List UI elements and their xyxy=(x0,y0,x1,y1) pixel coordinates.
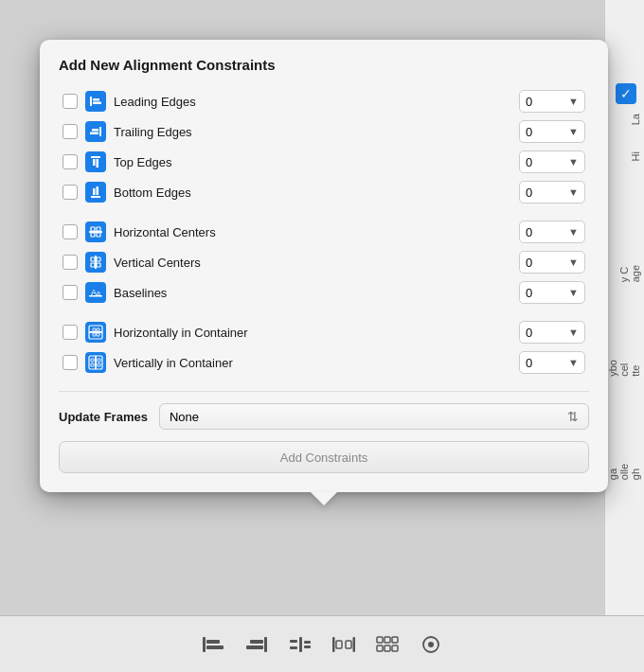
update-frames-label: Update Frames xyxy=(59,410,148,424)
svg-rect-36 xyxy=(98,363,100,366)
svg-rect-15 xyxy=(91,233,95,237)
center-vertically-icon[interactable] xyxy=(287,633,313,656)
align-right-icon[interactable] xyxy=(243,633,270,656)
vertical-centers-label: Vertical Centers xyxy=(114,256,519,270)
top-edges-checkbox[interactable] xyxy=(63,154,78,169)
distribute-icon[interactable] xyxy=(331,633,357,656)
svg-rect-6 xyxy=(91,156,100,158)
svg-rect-51 xyxy=(346,641,351,648)
baselines-dropdown[interactable]: 0 ▼ xyxy=(519,281,585,304)
vertically-in-container-checkbox[interactable] xyxy=(63,355,78,370)
top-edges-row: Top Edges 0 ▼ xyxy=(59,147,589,177)
update-frames-row: Update Frames None ⇅ xyxy=(59,391,589,430)
horizontal-centers-icon xyxy=(85,221,106,242)
svg-rect-57 xyxy=(392,645,398,651)
vertical-centers-dropdown[interactable]: 0 ▼ xyxy=(519,251,585,274)
vertical-centers-checkbox[interactable] xyxy=(63,255,78,270)
horizontally-in-container-label: Horizontally in Container xyxy=(114,326,519,340)
svg-rect-27 xyxy=(93,328,96,331)
svg-rect-20 xyxy=(91,263,95,267)
bottom-edges-icon xyxy=(85,182,106,203)
svg-text:a: a xyxy=(97,290,100,296)
svg-rect-7 xyxy=(93,159,96,166)
horizontally-in-container-icon xyxy=(85,322,106,343)
bottom-toolbar xyxy=(0,615,644,672)
svg-rect-38 xyxy=(206,640,220,644)
horizontally-in-container-dropdown[interactable]: 0 ▼ xyxy=(519,321,585,344)
svg-rect-14 xyxy=(97,227,100,231)
circle-icon[interactable] xyxy=(418,633,444,656)
svg-rect-13 xyxy=(91,227,95,231)
svg-rect-46 xyxy=(304,641,311,644)
update-frames-dropdown[interactable]: None ⇅ xyxy=(159,403,589,430)
horizontal-centers-dropdown[interactable]: 0 ▼ xyxy=(519,221,585,243)
vertical-centers-row: Vertical Centers 0 ▼ xyxy=(59,247,589,277)
vertically-in-container-dropdown[interactable]: 0 ▼ xyxy=(519,351,585,374)
horizontal-centers-row: Horizontal Centers 0 ▼ xyxy=(59,217,589,247)
grid-icon[interactable] xyxy=(374,633,401,656)
svg-rect-21 xyxy=(97,263,100,267)
svg-rect-18 xyxy=(91,257,95,261)
svg-rect-48 xyxy=(332,637,335,652)
trailing-edges-label: Trailing Edges xyxy=(114,125,519,139)
update-frames-value: None xyxy=(170,410,199,424)
svg-rect-0 xyxy=(90,97,92,106)
svg-rect-55 xyxy=(377,645,383,651)
trailing-edges-checkbox[interactable] xyxy=(63,124,78,139)
svg-rect-42 xyxy=(246,645,263,649)
horizontal-centers-checkbox[interactable] xyxy=(63,224,78,239)
svg-rect-3 xyxy=(99,127,101,136)
leading-edges-checkbox[interactable] xyxy=(63,94,78,109)
svg-rect-8 xyxy=(97,159,99,168)
svg-rect-11 xyxy=(97,186,99,195)
svg-rect-35 xyxy=(91,363,94,366)
svg-rect-4 xyxy=(92,129,98,132)
svg-rect-5 xyxy=(90,133,98,135)
svg-rect-1 xyxy=(93,98,99,101)
svg-rect-39 xyxy=(206,645,224,649)
svg-rect-30 xyxy=(97,333,99,336)
bottom-edges-label: Bottom Edges xyxy=(114,186,519,200)
svg-rect-53 xyxy=(385,637,390,643)
svg-rect-56 xyxy=(385,645,390,651)
vertically-in-container-row: Vertically in Container 0 ▼ xyxy=(59,347,589,378)
bottom-edges-row: Bottom Edges 0 ▼ xyxy=(59,177,589,207)
svg-rect-2 xyxy=(93,102,101,105)
svg-rect-10 xyxy=(93,188,96,195)
vertically-in-container-label: Vertically in Container xyxy=(114,356,519,370)
top-edges-icon xyxy=(85,151,106,172)
baselines-row: A a Baselines 0 ▼ xyxy=(59,277,589,308)
horizontally-in-container-checkbox[interactable] xyxy=(63,325,78,340)
leading-edges-dropdown[interactable]: 0 ▼ xyxy=(519,90,585,113)
svg-rect-34 xyxy=(98,359,100,362)
dropdown-arrows-icon: ⇅ xyxy=(567,409,579,424)
svg-rect-45 xyxy=(299,637,302,652)
bottom-edges-checkbox[interactable] xyxy=(63,185,78,200)
svg-rect-28 xyxy=(97,328,99,331)
top-edges-dropdown[interactable]: 0 ▼ xyxy=(519,150,585,173)
leading-edges-icon xyxy=(85,91,106,112)
blue-checkbox[interactable]: ✓ xyxy=(616,83,636,104)
align-left-icon[interactable] xyxy=(200,633,226,656)
trailing-edges-dropdown[interactable]: 0 ▼ xyxy=(519,120,585,143)
baselines-checkbox[interactable] xyxy=(63,285,78,300)
leading-edges-row: Leading Edges 0 ▼ xyxy=(59,86,589,116)
add-constraints-button[interactable]: Add Constraints xyxy=(59,441,589,473)
vertical-centers-icon xyxy=(85,252,106,273)
svg-rect-44 xyxy=(290,646,297,649)
horizontal-centers-label: Horizontal Centers xyxy=(114,225,519,239)
svg-rect-16 xyxy=(97,233,100,237)
svg-rect-49 xyxy=(353,637,356,652)
leading-edges-label: Leading Edges xyxy=(114,95,519,109)
svg-rect-9 xyxy=(91,196,100,198)
vertically-in-container-icon xyxy=(85,352,106,373)
svg-rect-19 xyxy=(97,257,100,261)
trailing-edges-icon xyxy=(85,121,106,142)
svg-rect-37 xyxy=(203,637,206,652)
bottom-edges-dropdown[interactable]: 0 ▼ xyxy=(519,181,585,203)
svg-rect-43 xyxy=(290,640,297,643)
svg-rect-50 xyxy=(336,641,342,648)
svg-rect-33 xyxy=(91,359,94,362)
trailing-edges-row: Trailing Edges 0 ▼ xyxy=(59,116,589,147)
alignment-constraints-popup: Add New Alignment Constraints Leading Ed… xyxy=(40,40,608,492)
